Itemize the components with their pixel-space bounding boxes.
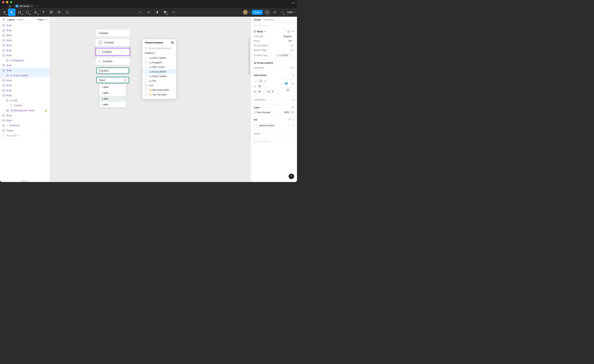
boolean-icon[interactable] [162,8,168,16]
overflow-menu-icon[interactable]: ••• [291,1,295,5]
instance-option-filter-content[interactable]: 🗂 Filter Content [142,65,176,69]
new-tab-button[interactable]: + [37,4,38,8]
layer-body[interactable]: Body [0,43,50,48]
pad-h-input[interactable] [257,89,266,94]
layer-body[interactable]: Body [0,38,50,43]
dropdown-option[interactable]: Label [99,96,126,102]
layer-body[interactable]: Body [0,83,50,88]
instance-option-icon[interactable]: Icon [142,83,176,88]
instance-option-rich-select[interactable]: ✏️ Rich Select Editor [142,88,176,92]
dev-mode-icon[interactable] [171,8,176,16]
dropdown-list[interactable]: Label Label Label Label [99,84,126,108]
avatar-menu[interactable] [243,10,250,15]
help-button[interactable]: ? [289,174,294,179]
instance-search[interactable]: Search preferred values [142,46,176,51]
cell-input-select[interactable]: Input [96,77,130,83]
layer-content-text[interactable]: Content [0,103,50,108]
expanded-toggle[interactable] [290,66,294,69]
maximize-window-icon[interactable] [10,1,12,3]
undo-icon[interactable] [137,8,143,16]
move-tool-button[interactable] [8,8,15,16]
layer-draggable[interactable]: 🗂 Draggable [0,58,50,63]
grid-view-icon[interactable] [171,41,174,44]
cell-content-input[interactable]: Content [96,67,130,74]
pad-v-input[interactable] [271,89,280,94]
direction-wrap[interactable] [263,79,267,83]
more-icon[interactable]: ••• [291,30,294,33]
share-button[interactable]: Share [252,10,263,15]
fill-styles-icon[interactable] [289,118,291,121]
layer-body[interactable]: Body [0,63,50,68]
layer-body[interactable]: Body [0,48,50,53]
layer-body[interactable]: Body [0,33,50,38]
individual-padding-icon[interactable] [286,89,289,91]
layer-toolpanel[interactable]: → ToolPanel [0,123,50,128]
component-name[interactable]: Body [254,30,266,33]
visibility-icon[interactable]: 〰 [45,135,47,137]
blend-mode-select[interactable]: Pass through [254,111,273,114]
resources-button[interactable] [47,8,55,16]
layer-text[interactable]: 🗂 Text [0,98,50,103]
layer-body[interactable]: Body [0,23,50,28]
layer-body-selected[interactable]: Body [0,68,50,73]
file-tab[interactable]: AG Demo ✕ [14,4,35,8]
layer-body[interactable]: Body [0,118,50,123]
layer-cell-bg[interactable]: Cell Background / Body🔒 [0,108,50,113]
close-tab-icon[interactable]: ✕ [31,5,33,7]
zoom-control[interactable]: 139% [287,11,295,13]
gap-input[interactable] [257,84,266,88]
close-window-icon[interactable] [2,1,4,3]
autolayout-more-icon[interactable]: ••• [291,82,294,85]
hand-tool-button[interactable] [55,8,63,16]
layer-group-labeled[interactable]: 🗂 Group Labeled [0,73,50,78]
layer-popup[interactable]: Popup [0,128,50,133]
cell-type-select[interactable]: Regular [284,35,294,38]
layer-body[interactable]: Body [0,78,50,83]
comment-tool-button[interactable] [63,8,71,16]
page-selector[interactable]: Page 1 [38,18,47,21]
main-menu-button[interactable] [2,8,7,16]
layer-body[interactable]: Body [0,113,50,118]
component-icon[interactable] [146,8,152,16]
design-tab[interactable]: Design [254,18,261,21]
sticky-select[interactable]: No [289,40,294,42]
preferred-dropdown[interactable]: Preferred [142,51,176,55]
pen-tool-button[interactable] [32,8,39,16]
lock-icon[interactable]: 🔒 [45,109,47,112]
layer-body[interactable]: Body [0,93,50,98]
instance-option-text[interactable]: 🗂 Text [142,79,176,83]
add-grid-icon[interactable]: + [292,98,294,101]
add-fill-icon[interactable]: + [292,118,294,121]
text-tool-button[interactable] [40,8,47,16]
dropdown-option[interactable]: Label [99,90,126,96]
assets-tab[interactable]: Assets [17,18,24,21]
instance-option-check-labeled[interactable]: 🗂 Check Labeled [142,55,176,60]
add-stroke-icon[interactable]: + [292,132,294,135]
minimize-window-icon[interactable] [6,1,8,3]
layer-list[interactable]: Body Body Body Body Body Body Body 🗂 Dra… [0,23,50,180]
frame-tool-button[interactable] [16,8,23,16]
home-button[interactable] [7,4,12,8]
search-icon[interactable] [2,18,5,21]
dropdown-option[interactable]: Label [99,102,126,108]
direction-horizontal[interactable] [258,79,263,83]
alignment-grid[interactable] [282,79,291,88]
border-right-toggle[interactable] [290,49,294,51]
visibility-icon[interactable] [291,111,294,113]
border-bottom-toggle[interactable] [290,44,294,47]
instance-option-group-labeled[interactable]: 🗂 Group Labeled [142,69,176,74]
library-icon[interactable] [272,8,278,16]
content-type-select[interactable]: 🗂Group ... [275,53,294,57]
cell-content-group-selected[interactable]: › Content 157 × 32 [96,48,130,55]
style-icon[interactable] [287,30,290,33]
layers-tab[interactable]: Layers [7,18,14,21]
fill-variable[interactable]: cells/cell-surface [257,124,276,128]
layer-body[interactable]: Body [0,88,50,93]
instance-option-switch-labeled[interactable]: 🗂 Switch Labeled [142,74,176,79]
instance-option-text-cell[interactable]: ✏️ Text Cell Editor [142,92,176,97]
add-autolayout-icon[interactable]: + [292,74,294,77]
opacity-value[interactable]: 100% [284,111,290,114]
dropdown-option[interactable]: Label [99,84,126,90]
shape-tool-button[interactable] [24,8,31,16]
layer-settings-icon[interactable] [291,106,294,109]
